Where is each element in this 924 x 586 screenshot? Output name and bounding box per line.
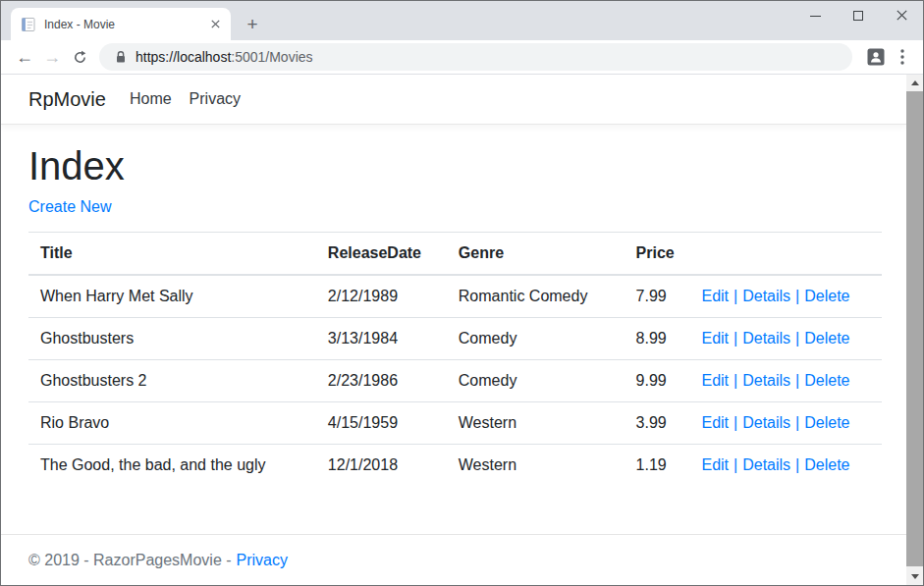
close-icon [897,7,907,25]
details-link[interactable]: Details [742,288,790,304]
scroll-up-button[interactable] [906,75,923,91]
cell-actions: Edit|Details|Delete [689,445,882,487]
action-separator: | [795,456,799,473]
delete-link[interactable]: Delete [804,456,849,473]
brand-link[interactable]: RpMovie [28,88,106,111]
edit-link[interactable]: Edit [701,456,729,473]
cell-genre: Comedy [447,318,625,360]
create-new-link[interactable]: Create New [28,198,111,216]
edit-link[interactable]: Edit [701,330,729,346]
details-link[interactable]: Details [742,414,790,431]
minimize-button[interactable] [793,1,837,30]
page-title: Index [28,142,882,189]
cell-title: Ghostbusters [28,318,316,360]
three-dots-icon [900,49,904,65]
site-favicon-icon [21,17,36,32]
cell-actions: Edit|Details|Delete [689,402,882,445]
action-separator: | [734,288,737,304]
window-controls [793,1,923,30]
cell-title: The Good, the bad, and the ugly [28,445,316,487]
site-footer: © 2019 - RazorPagesMovie - Privacy [1,534,906,585]
cell-release-date: 4/15/1959 [316,402,447,445]
cell-release-date: 2/23/1986 [316,360,447,402]
url-path: :5001/Movies [231,49,312,65]
column-header-genre: Genre [447,233,625,276]
tab-title: Index - Movie [44,18,207,31]
cell-actions: Edit|Details|Delete [689,360,882,402]
scrollbar-thumb[interactable] [906,91,923,566]
action-separator: | [734,414,737,431]
action-separator: | [795,288,799,304]
edit-link[interactable]: Edit [701,288,729,304]
profile-button[interactable] [862,43,890,71]
browser-titlebar: Index - Movie + [1,1,923,40]
cell-actions: Edit|Details|Delete [689,275,882,318]
cell-release-date: 3/13/1984 [316,318,447,360]
browser-window: Index - Movie + ← [0,0,924,586]
tab-close-icon[interactable] [207,17,223,32]
cell-price: 1.19 [625,445,690,487]
action-separator: | [734,330,737,346]
table-row: The Good, the bad, and the ugly 12/1/201… [28,445,882,487]
scroll-down-button[interactable] [906,568,923,585]
site-navbar: RpMovie Home Privacy [1,75,906,125]
cell-genre: Romantic Comedy [447,275,625,318]
cell-price: 7.99 [625,275,690,318]
browser-menu-button[interactable] [890,43,915,71]
cell-release-date: 2/12/1989 [316,275,447,318]
forward-button[interactable]: → [38,43,66,71]
column-header-actions [689,233,882,276]
profile-avatar-icon [867,48,885,66]
browser-tab[interactable]: Index - Movie [11,8,231,40]
edit-link[interactable]: Edit [701,372,729,389]
reload-icon [73,50,87,65]
nav-link-home[interactable]: Home [130,90,172,108]
details-link[interactable]: Details [742,330,790,346]
table-row: Ghostbusters 3/13/1984 Comedy 8.99 Edit|… [28,318,882,360]
back-button[interactable]: ← [11,43,38,71]
maximize-button[interactable] [837,1,880,30]
action-separator: | [795,414,799,431]
cell-title: Ghostbusters 2 [28,360,316,402]
delete-link[interactable]: Delete [804,372,849,389]
browser-toolbar: ← → https://localhost:5001/Movies [1,40,923,75]
table-row: When Harry Met Sally 2/12/1989 Romantic … [28,275,882,318]
cell-genre: Western [447,402,625,445]
cell-price: 3.99 [625,402,690,445]
cell-title: Rio Bravo [28,402,316,445]
vertical-scrollbar[interactable] [906,75,923,585]
scroll-up-arrow-icon [911,80,919,85]
action-separator: | [795,330,799,346]
minimize-icon [810,16,821,17]
details-link[interactable]: Details [742,372,790,389]
footer-privacy-link[interactable]: Privacy [237,552,288,569]
column-header-releasedate: ReleaseDate [316,233,447,276]
column-header-title: Title [28,233,316,276]
cell-genre: Western [447,445,625,487]
close-button[interactable] [880,1,923,30]
lock-icon[interactable] [115,50,127,64]
delete-link[interactable]: Delete [804,330,849,346]
movies-table: Title ReleaseDate Genre Price When Harry… [28,232,882,486]
url-origin: https://localhost [136,49,231,65]
cell-title: When Harry Met Sally [28,275,316,318]
delete-link[interactable]: Delete [804,414,849,431]
table-row: Ghostbusters 2 2/23/1986 Comedy 9.99 Edi… [28,360,882,402]
table-row: Rio Bravo 4/15/1959 Western 3.99 Edit|De… [28,402,882,445]
web-page: RpMovie Home Privacy Index Create New Ti… [1,75,923,585]
footer-text: © 2019 - RazorPagesMovie - [28,552,232,569]
details-link[interactable]: Details [742,456,790,473]
action-separator: | [734,372,737,389]
new-tab-button[interactable]: + [241,12,264,35]
action-separator: | [734,456,737,473]
nav-link-privacy[interactable]: Privacy [190,90,241,108]
delete-link[interactable]: Delete [804,288,849,304]
scroll-down-arrow-icon [911,574,919,579]
address-bar[interactable]: https://localhost:5001/Movies [99,43,852,71]
reload-button[interactable] [66,43,93,71]
cell-price: 8.99 [625,318,690,360]
url-text: https://localhost:5001/Movies [136,49,313,65]
edit-link[interactable]: Edit [701,414,729,431]
table-header-row: Title ReleaseDate Genre Price [28,233,882,276]
main-content: Index Create New Title ReleaseDate Genre… [1,125,906,486]
